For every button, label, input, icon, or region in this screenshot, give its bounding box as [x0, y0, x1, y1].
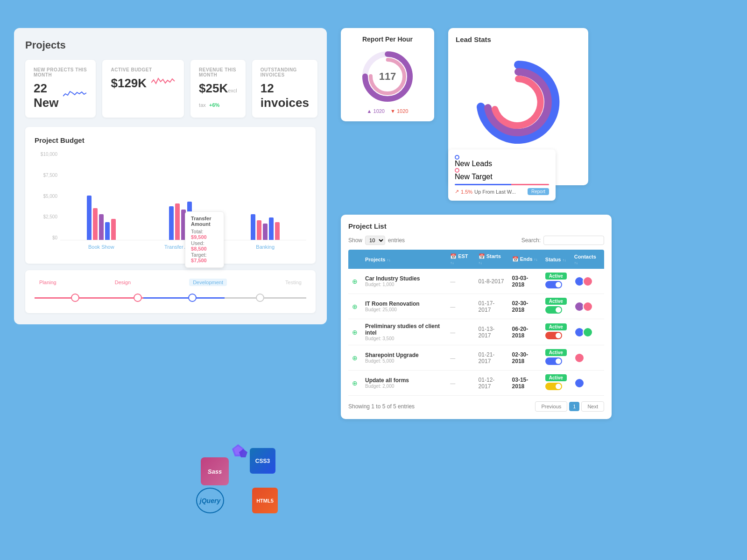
entries-select[interactable]: 10 25 50	[365, 236, 385, 245]
tech-icons-cluster: Sass CSS3 jQuery HTML5	[191, 443, 285, 518]
row-starts: 01-12-2017	[475, 371, 508, 396]
row-contacts	[571, 371, 604, 396]
pagination-info: Showing 1 to 5 of 5 entries	[348, 403, 415, 410]
row-add[interactable]: ⊕	[348, 294, 361, 319]
row-status: Active	[542, 319, 571, 345]
row-ends: 02-30-2018	[508, 345, 542, 371]
report-meta: ▲ 1020 ▼ 1020	[348, 108, 427, 114]
dot-planning	[71, 294, 79, 302]
row-project: Preliminary studies of client intel Budg…	[361, 319, 446, 345]
report-card: Report Per Hour 117 ▲ 1020 ▼ 1020	[341, 28, 434, 121]
row-add[interactable]: ⊕	[348, 371, 361, 396]
sass-icon: Sass	[201, 457, 229, 485]
bar	[269, 217, 274, 240]
report-button[interactable]: Report	[528, 188, 549, 195]
dot-design	[134, 294, 142, 302]
report-title: Report Per Hour	[348, 35, 427, 43]
page-number[interactable]: 1	[569, 402, 579, 411]
row-add[interactable]: ⊕	[348, 345, 361, 371]
css3-icon: CSS3	[250, 448, 275, 474]
donut-chart-container: 117	[348, 49, 427, 105]
bar	[87, 196, 92, 240]
search-input[interactable]	[543, 236, 604, 245]
bar	[169, 206, 174, 240]
table-row: ⊕ Update all forms Budget: 2,000 — 01-12…	[348, 371, 604, 396]
stat-cards-row: NEW PROJECTS THIS MONTH 22 New ACTIVE BU…	[25, 60, 316, 118]
dot-development	[188, 294, 197, 302]
project-list-card: Project List Show 10 25 50 entries Searc…	[341, 215, 612, 419]
stat-value-budget: $129K	[111, 76, 147, 91]
budget-chart: $10,000 $7,500 $5,000 $2,500 $0	[35, 152, 306, 254]
row-contacts	[571, 269, 604, 294]
col-status: Status ↑↓	[542, 250, 571, 269]
chart-label-bookshow: Book Show	[60, 241, 142, 254]
status-toggle[interactable]	[545, 281, 562, 288]
col-ends: 📅 Ends ↑↓	[508, 250, 542, 269]
bar	[263, 224, 268, 240]
legend-dot-new-leads	[455, 155, 459, 160]
table-row: ⊕ Preliminary studies of client intel Bu…	[348, 319, 604, 345]
row-add[interactable]: ⊕	[348, 269, 361, 294]
chart-tooltip: Transfer Amount Total: $9,500 Used: $8,5…	[185, 211, 224, 268]
table-row: ⊕ IT Room Renovation Budget: 25,000 — 01…	[348, 294, 604, 319]
bar	[257, 220, 261, 240]
row-project: Car Industry Studies Budget: 1,000	[361, 269, 446, 294]
row-est: —	[446, 345, 474, 371]
stage-planning: Planing	[39, 280, 56, 285]
svg-marker-5	[239, 449, 247, 457]
stat-value-new-projects: 22 New	[34, 81, 58, 110]
stat-value-invoices: 12 invoices	[261, 81, 309, 110]
sparkline-budget	[151, 77, 176, 90]
row-ends: 06-20-2018	[508, 319, 542, 345]
stat-card-new-projects: NEW PROJECTS THIS MONTH 22 New	[25, 60, 96, 118]
status-toggle[interactable]	[545, 332, 562, 339]
status-toggle[interactable]	[545, 357, 562, 365]
chart-group-banking	[224, 214, 306, 240]
row-project: Update all forms Budget: 2,000	[361, 371, 446, 396]
col-checkbox	[348, 250, 361, 269]
next-button[interactable]: Next	[581, 401, 604, 412]
row-project: IT Room Renovation Budget: 25,000	[361, 294, 446, 319]
row-starts: 01-13-2017	[475, 319, 508, 345]
leads-up-indicator: ↗ 1.5% Up From Last W... Report	[455, 188, 549, 195]
show-entries-control: Show 10 25 50 entries	[348, 236, 405, 245]
row-starts: 01-8-2017	[475, 269, 508, 294]
chart-group-bookshow	[60, 196, 142, 240]
row-ends: 03-03-2018	[508, 269, 542, 294]
rings-chart	[456, 51, 581, 154]
col-est: 📅 EST ↑↓	[446, 250, 474, 269]
table-row: ⊕ Sharepoint Upgrade Budget: 5,000 — 01-…	[348, 345, 604, 371]
stat-value-revenue: $25Kexcl tax +6%	[199, 81, 237, 110]
legend-dot-new-target	[455, 168, 459, 173]
meta-down: ▼ 1020	[390, 108, 408, 114]
row-est: —	[446, 371, 474, 396]
bar	[111, 219, 116, 240]
sparkline-new-projects	[63, 89, 87, 102]
rings-svg	[472, 56, 565, 149]
row-status: Active	[542, 294, 571, 319]
bar	[175, 203, 180, 240]
chart-group-transfer: Transfer Amount Total: $9,500 Used: $8,5…	[142, 202, 225, 240]
stat-label-budget: ACTIVE BUDGET	[111, 67, 176, 72]
search-box: Search:	[521, 236, 604, 245]
chart-bars: Transfer Amount Total: $9,500 Used: $8,5…	[60, 152, 306, 240]
row-add[interactable]: ⊕	[348, 319, 361, 345]
row-contacts	[571, 345, 604, 371]
lead-stats-title: Lead Stats	[456, 35, 581, 43]
status-toggle[interactable]	[545, 306, 562, 314]
stat-label-revenue: REVENUE THIS MONTH	[199, 67, 237, 77]
row-contacts	[571, 294, 604, 319]
prev-button[interactable]: Previous	[535, 401, 567, 412]
stage-development: Development	[189, 279, 227, 286]
pagination: Showing 1 to 5 of 5 entries Previous 1 N…	[348, 401, 604, 412]
stat-card-active-budget: ACTIVE BUDGET $129K	[102, 60, 184, 118]
stat-card-invoices: OUTSTANDING INVOICES 12 invoices	[252, 60, 317, 118]
bar	[251, 214, 255, 240]
row-starts: 01-17-2017	[475, 294, 508, 319]
row-project: Sharepoint Upgrade Budget: 5,000	[361, 345, 446, 371]
meta-up: ▲ 1020	[367, 108, 385, 114]
row-ends: 02-30-2018	[508, 294, 542, 319]
status-toggle[interactable]	[545, 383, 562, 390]
leads-progress-line	[455, 184, 549, 185]
pipeline-track	[35, 291, 306, 305]
